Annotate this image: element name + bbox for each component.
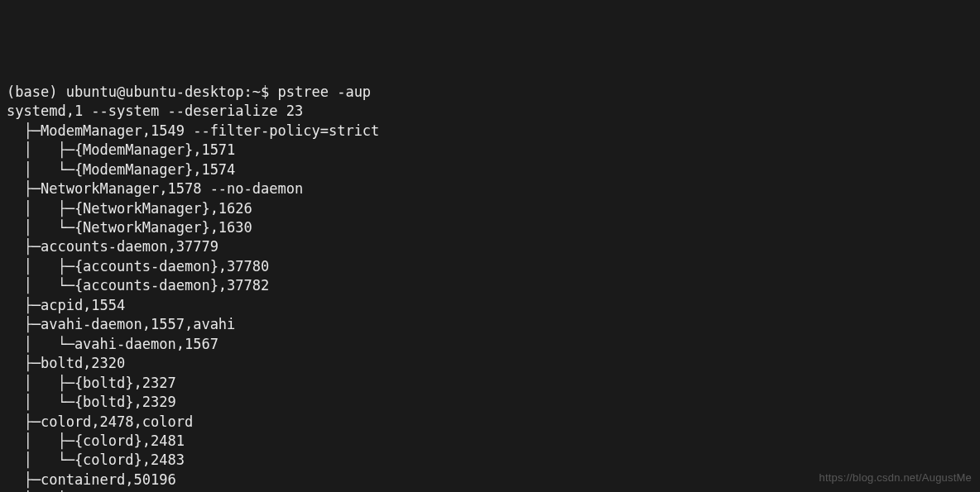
command-text: pstree -aup bbox=[278, 84, 372, 100]
tree-line: ├─accounts-daemon,37779 bbox=[7, 237, 973, 256]
tree-line: │ └─{colord},2483 bbox=[7, 451, 973, 470]
tree-line: │ ├─{NetworkManager},1626 bbox=[7, 199, 973, 218]
tree-line: │ └─avahi-daemon,1567 bbox=[7, 335, 973, 354]
prompt-line[interactable]: (base) ubuntu@ubuntu-desktop:~$ pstree -… bbox=[7, 84, 371, 100]
tree-line: │ └─{boltd},2329 bbox=[7, 393, 973, 412]
tree-line: ├─colord,2478,colord bbox=[7, 413, 973, 432]
tree-line: │ ├─{ModemManager},1571 bbox=[7, 141, 973, 160]
watermark-text: https://blog.csdn.net/AugustMe bbox=[819, 471, 973, 485]
tree-line: ├─acpid,1554 bbox=[7, 296, 973, 315]
tree-line: │ └─{NetworkManager},1630 bbox=[7, 218, 973, 237]
tree-line: │ ├─{colord},2481 bbox=[7, 432, 973, 451]
pstree-output: systemd,1 --system --deserialize 23 ├─Mo… bbox=[7, 102, 973, 492]
tree-line: ├─avahi-daemon,1557,avahi bbox=[7, 315, 973, 334]
prompt-prefix: (base) ubuntu@ubuntu-desktop:~$ bbox=[7, 84, 278, 100]
tree-line: │ └─{accounts-daemon},37782 bbox=[7, 276, 973, 295]
tree-line: ├─boltd,2320 bbox=[7, 354, 973, 373]
tree-line: │ └─{ModemManager},1574 bbox=[7, 160, 973, 179]
tree-line: ├─ModemManager,1549 --filter-policy=stri… bbox=[7, 122, 973, 141]
tree-line: │ ├─{accounts-daemon},37780 bbox=[7, 257, 973, 276]
tree-line: ├─NetworkManager,1578 --no-daemon bbox=[7, 179, 973, 198]
tree-line: systemd,1 --system --deserialize 23 bbox=[7, 102, 973, 121]
tree-line: │ ├─{boltd},2327 bbox=[7, 374, 973, 393]
